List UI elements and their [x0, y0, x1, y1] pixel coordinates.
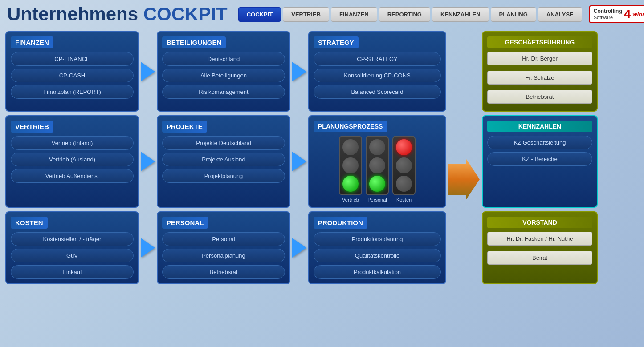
arrow-vertrieb-projekte — [139, 115, 157, 208]
tab-reporting[interactable]: REPORTING — [379, 7, 430, 22]
tl-kosten: Kosten — [392, 136, 416, 202]
personal-title: PERSONAL — [162, 217, 208, 229]
traffic-lights: Vertrieb Personal Kosten — [314, 136, 441, 202]
finanzen-item-1[interactable]: CP-CASH — [11, 69, 134, 82]
tab-vertrieb[interactable]: VERTRIEB — [283, 7, 329, 22]
personal-item-2[interactable]: Betriebsrat — [162, 265, 285, 279]
vertrieb-title: VERTRIEB — [11, 121, 53, 133]
section-finanzen: FINANZEN CP-FINANCE CP-CASH Finanzplan (… — [5, 31, 139, 112]
tl-kosten-red — [396, 139, 412, 155]
geschaeft-item-1[interactable]: Fr. Schalze — [487, 71, 592, 85]
header: Unternehmens COCKPIT COCKPIT VERTRIEB FI… — [0, 0, 644, 28]
vertrieb-item-0[interactable]: Vertrieb (Inland) — [11, 136, 134, 150]
kennzahlen-items: KZ Geschäftsleitung KZ - Bereiche — [487, 136, 592, 166]
kosten-item-1[interactable]: GuV — [11, 249, 134, 262]
strategy-item-1[interactable]: Konsolidierung CP-CONS — [314, 69, 441, 82]
strategy-items: CP-STRATEGY Konsolidierung CP-CONS Balan… — [314, 52, 441, 99]
section-personal: PERSONAL Personal Personalplanung Betrie… — [157, 211, 290, 284]
vorstand-item-0[interactable]: Hr. Dr. Fasken / Hr. Nuthe — [487, 232, 592, 246]
strategy-item-2[interactable]: Balanced Scorecard — [314, 85, 441, 99]
logo: Controlling Software 4 winners — [589, 5, 644, 23]
produkt-title: PRODUKTION — [314, 217, 367, 229]
geschaeft-item-0[interactable]: Hr. Dr. Berger — [487, 52, 592, 65]
tl-vertrieb-box — [339, 136, 362, 195]
vorstand-items: Hr. Dr. Fasken / Hr. Nuthe Beirat — [487, 232, 592, 267]
arrow-right-icon — [141, 62, 155, 81]
kosten-item-0[interactable]: Kostenstellen / - träger — [11, 232, 134, 246]
tab-kennzahlen[interactable]: KENNZAHLEN — [432, 7, 489, 22]
projekte-item-0[interactable]: Projekte Deutschland — [162, 136, 285, 150]
produkt-item-2[interactable]: Produktkalkulation — [314, 265, 441, 279]
tl-vertrieb-yellow — [342, 157, 359, 174]
arrow-right-icon — [141, 238, 155, 258]
arrow-kosten-personal — [139, 211, 157, 284]
beteil-item-1[interactable]: Alle Beteiligungen — [162, 69, 285, 82]
logo-software: Software — [594, 15, 613, 20]
big-arrow-planungs — [446, 115, 482, 208]
kennzahlen-item-1[interactable]: KZ - Bereiche — [487, 152, 592, 166]
tab-cockpit[interactable]: COCKPIT — [238, 7, 281, 22]
projekte-item-2[interactable]: Projektplanung — [162, 169, 285, 183]
kosten-title: KOSTEN — [11, 217, 48, 229]
tab-analyse[interactable]: ANALYSE — [538, 7, 582, 22]
beteil-item-0[interactable]: Deutschland — [162, 52, 285, 66]
section-produktion: PRODUKTION Produktionsplanung Qualitätsk… — [308, 211, 446, 284]
produkt-item-0[interactable]: Produktionsplanung — [314, 232, 441, 246]
kosten-item-2[interactable]: Einkauf — [11, 265, 134, 279]
section-vertrieb: VERTRIEB Vertrieb (Inland) Vertrieb (Aus… — [5, 115, 139, 208]
vorstand-item-1[interactable]: Beirat — [487, 251, 592, 265]
strategy-title: STRATEGY — [314, 36, 359, 48]
personal-item-1[interactable]: Personalplanung — [162, 249, 285, 262]
tl-personal-yellow — [369, 157, 385, 174]
geschaeft-item-2[interactable]: Betriebsrat — [487, 90, 592, 104]
vertrieb-item-1[interactable]: Vertrieb (Ausland) — [11, 153, 134, 166]
tl-kosten-green — [396, 176, 412, 192]
produkt-items: Produktionsplanung Qualitätskontrolle Pr… — [314, 232, 441, 279]
finanzen-title: FINANZEN — [11, 36, 53, 48]
section-geschaeftsfuehrung: GESCHÄFTSFÜHRUNG Hr. Dr. Berger Fr. Scha… — [482, 31, 598, 112]
tl-vertrieb: Vertrieb — [339, 136, 362, 202]
logo-controlling: Controlling — [594, 8, 622, 14]
section-kennzahlen: KENNZAHLEN KZ Geschäftsleitung KZ - Bere… — [482, 115, 598, 208]
finanzen-item-2[interactable]: Finanzplan (REPORT) — [11, 85, 134, 99]
projekte-item-1[interactable]: Projekte Ausland — [162, 153, 285, 166]
main-content: FINANZEN CP-FINANCE CP-CASH Finanzplan (… — [0, 28, 644, 287]
logo-winners: winners — [632, 11, 644, 18]
nav-tabs: COCKPIT VERTRIEB FINANZEN REPORTING KENN… — [238, 7, 582, 22]
section-kosten: KOSTEN Kostenstellen / - träger GuV Eink… — [5, 211, 139, 284]
produkt-item-1[interactable]: Qualitätskontrolle — [314, 249, 441, 262]
tab-planung[interactable]: PLANUNG — [491, 7, 536, 22]
planungs-title: PLANUNGSPROZESS — [314, 121, 387, 132]
vertrieb-item-2[interactable]: Vertrieb Außendienst — [11, 169, 134, 183]
tl-kosten-box — [392, 136, 416, 195]
arrow-projekte-planungs — [290, 115, 308, 208]
tab-finanzen[interactable]: FINANZEN — [331, 7, 377, 22]
kennzahlen-item-0[interactable]: KZ Geschäftsleitung — [487, 136, 592, 149]
section-strategy: STRATEGY CP-STRATEGY Konsolidierung CP-C… — [308, 31, 446, 112]
tl-kosten-label: Kosten — [396, 197, 412, 202]
finanzen-item-0[interactable]: CP-FINANCE — [11, 52, 134, 66]
beteil-item-2[interactable]: Risikomanagement — [162, 85, 285, 99]
tl-personal-red — [369, 139, 385, 155]
page-title: Unternehmens COCKPIT — [7, 4, 228, 25]
arrow-right-icon — [292, 62, 306, 81]
projekte-title: PROJEKTE — [162, 121, 207, 133]
vorstand-title: VORSTAND — [487, 217, 592, 228]
arrow-right-icon — [141, 152, 155, 171]
tl-personal-green — [369, 176, 385, 192]
arrow-right-icon — [292, 238, 306, 258]
finanzen-items: CP-FINANCE CP-CASH Finanzplan (REPORT) — [11, 52, 134, 99]
kennzahlen-title: KENNZAHLEN — [487, 121, 592, 132]
strategy-item-0[interactable]: CP-STRATEGY — [314, 52, 441, 66]
geschaeft-title: GESCHÄFTSFÜHRUNG — [487, 36, 592, 48]
arrow-personal-produkt — [290, 211, 308, 284]
projekte-items: Projekte Deutschland Projekte Ausland Pr… — [162, 136, 285, 183]
personal-item-0[interactable]: Personal — [162, 232, 285, 246]
tl-kosten-yellow — [396, 157, 412, 174]
tl-vertrieb-label: Vertrieb — [342, 197, 359, 202]
svg-marker-0 — [448, 159, 480, 199]
big-orange-arrow-icon — [448, 159, 480, 199]
tl-personal-box — [366, 136, 389, 195]
geschaeft-items: Hr. Dr. Berger Fr. Schalze Betriebsrat — [487, 52, 592, 106]
tl-vertrieb-green — [342, 176, 359, 192]
